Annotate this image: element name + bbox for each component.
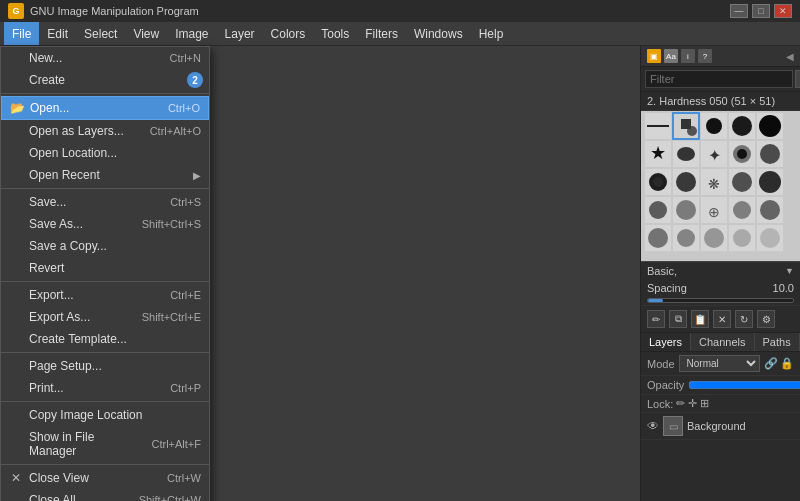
brush-icon-q: ? [698, 49, 712, 63]
svg-point-11 [759, 115, 781, 137]
layers-opacity-row: Opacity 100.0 [641, 376, 800, 395]
menu-item-close-all[interactable]: Close All Shift+Ctrl+W [1, 489, 209, 501]
svg-point-43 [760, 200, 780, 220]
lock-icon: 🔒 [780, 357, 794, 370]
menu-item-export[interactable]: Export... Ctrl+E [1, 284, 209, 306]
lock-all-icon[interactable]: ⊞ [700, 397, 709, 410]
menu-item-close-view[interactable]: ✕ Close View Ctrl+W [1, 467, 209, 489]
lock-brush-icon[interactable]: ✏ [676, 397, 685, 410]
svg-point-33 [759, 171, 781, 193]
spacing-value: 10.0 [773, 282, 794, 294]
menu-item-save[interactable]: Save... Ctrl+S [1, 191, 209, 213]
menu-item-create-template[interactable]: Create Template... [1, 328, 209, 350]
menu-file[interactable]: File [4, 22, 39, 45]
menu-item-copy-location[interactable]: Copy Image Location [1, 404, 209, 426]
window-controls: — □ ✕ [730, 4, 792, 18]
window-title: GNU Image Manipulation Program [30, 5, 724, 17]
menu-item-new[interactable]: New... Ctrl+N [1, 47, 209, 69]
menu-image[interactable]: Image [167, 22, 216, 45]
layer-name: Background [687, 420, 794, 432]
layers-panel: Layers Channels Paths ◀ Mode Normal 🔗 🔒 … [641, 332, 800, 501]
maximize-button[interactable]: □ [752, 4, 770, 18]
menu-filters[interactable]: Filters [357, 22, 406, 45]
layers-mode-select[interactable]: Normal [679, 355, 760, 372]
brushes-panel-header: ▣ Aa i ? ◀ [641, 46, 800, 67]
tab-layers[interactable]: Layers [641, 333, 691, 351]
brush-icon-orange: ▣ [647, 49, 661, 63]
menu-item-open-layers[interactable]: Open as Layers... Ctrl+Alt+O [1, 120, 209, 142]
layers-mode-row: Mode Normal 🔗 🔒 [641, 352, 800, 376]
layers-tabs: Layers Channels Paths ◀ [641, 333, 800, 352]
svg-point-47 [677, 229, 695, 247]
menu-colors[interactable]: Colors [263, 22, 314, 45]
separator-6 [1, 464, 209, 465]
menu-item-export-as[interactable]: Export As... Shift+Ctrl+E [1, 306, 209, 328]
app-icon: G [8, 3, 24, 19]
brush-preview: ★ ✦ ❋ [641, 111, 800, 261]
menu-select[interactable]: Select [76, 22, 125, 45]
svg-point-5 [687, 126, 697, 136]
svg-point-20 [737, 149, 747, 159]
brush-refresh-icon[interactable]: ↻ [735, 310, 753, 328]
svg-point-15 [677, 147, 695, 161]
layer-item: 👁 ▭ Background [641, 413, 800, 440]
brush-settings-icon[interactable]: ⚙ [757, 310, 775, 328]
menu-item-revert[interactable]: Revert [1, 257, 209, 279]
panel-collapse-icon[interactable]: ◀ [786, 51, 794, 62]
menu-windows[interactable]: Windows [406, 22, 471, 45]
brush-icon-info: i [681, 49, 695, 63]
close-button[interactable]: ✕ [774, 4, 792, 18]
menu-view[interactable]: View [125, 22, 167, 45]
lock-label: Lock: [647, 398, 673, 410]
brush-name: 2. Hardness 050 (51 × 51) [641, 92, 800, 111]
opacity-label: Opacity [647, 379, 684, 391]
minimize-button[interactable]: — [730, 4, 748, 18]
layer-visibility-icon[interactable]: 👁 [647, 419, 659, 433]
svg-point-51 [733, 229, 751, 247]
svg-point-27 [676, 172, 696, 192]
menu-edit[interactable]: Edit [39, 22, 76, 45]
basic-label: Basic, [647, 265, 785, 277]
main-area: New... Ctrl+N Create ▶ 2 📂 Open... Ctrl+… [0, 46, 800, 501]
open-recent-arrow-icon: ▶ [193, 170, 201, 181]
svg-point-53 [760, 228, 780, 248]
menu-item-open-location[interactable]: Open Location... [1, 142, 209, 164]
menu-item-create[interactable]: Create ▶ 2 [1, 69, 209, 91]
menu-item-open[interactable]: 📂 Open... Ctrl+O [1, 96, 209, 120]
svg-point-7 [706, 118, 722, 134]
menu-item-print[interactable]: Print... Ctrl+P [1, 377, 209, 399]
basic-row: Basic, ▼ [641, 261, 800, 280]
svg-point-45 [648, 228, 668, 248]
layer-thumbnail: ▭ [663, 416, 683, 436]
right-panel: ▣ Aa i ? ◀ ▼ 2. Hardness 050 (51 × 51) [640, 46, 800, 501]
brush-delete-icon[interactable]: ✕ [713, 310, 731, 328]
svg-text:▭: ▭ [669, 421, 678, 432]
svg-point-41 [733, 201, 751, 219]
spacing-row: Spacing 10.0 [641, 280, 800, 296]
brush-edit-icon[interactable]: ✏ [647, 310, 665, 328]
filter-dropdown[interactable]: ▼ [795, 70, 800, 88]
tab-paths[interactable]: Paths [755, 333, 800, 351]
menu-help[interactable]: Help [471, 22, 512, 45]
brush-paste-icon[interactable]: 📋 [691, 310, 709, 328]
brush-action-icons: ✏ ⧉ 📋 ✕ ↻ ⚙ [641, 305, 800, 332]
spacing-bar[interactable] [647, 298, 794, 303]
menu-layer[interactable]: Layer [217, 22, 263, 45]
svg-point-35 [649, 201, 667, 219]
opacity-slider[interactable] [688, 378, 800, 392]
menu-item-page-setup[interactable]: Page Setup... [1, 355, 209, 377]
svg-text:★: ★ [650, 143, 666, 163]
menu-item-save-as[interactable]: Save As... Shift+Ctrl+S [1, 213, 209, 235]
filter-input[interactable] [645, 70, 793, 88]
lock-move-icon[interactable]: ✛ [688, 397, 697, 410]
svg-point-9 [732, 116, 752, 136]
menu-tools[interactable]: Tools [313, 22, 357, 45]
title-bar: G GNU Image Manipulation Program — □ ✕ [0, 0, 800, 22]
menu-item-show-file-manager[interactable]: Show in File Manager Ctrl+Alt+F [1, 426, 209, 462]
tab-channels[interactable]: Channels [691, 333, 754, 351]
menu-item-open-recent[interactable]: Open Recent ▶ [1, 164, 209, 186]
menu-item-save-copy[interactable]: Save a Copy... [1, 235, 209, 257]
layers-lock-row: Lock: ✏ ✛ ⊞ [641, 395, 800, 413]
brush-icon-aa: Aa [664, 49, 678, 63]
brush-copy-icon[interactable]: ⧉ [669, 310, 687, 328]
